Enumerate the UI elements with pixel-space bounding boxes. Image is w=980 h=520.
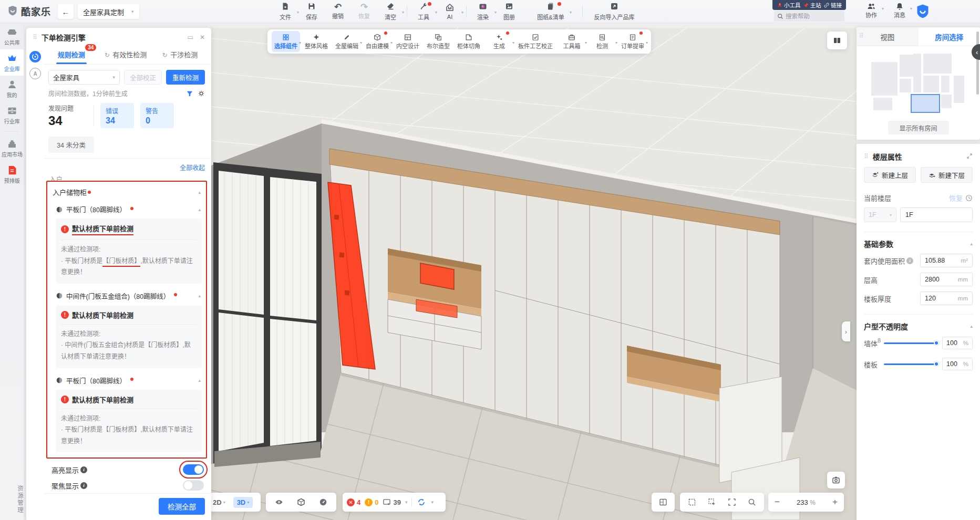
help-search[interactable] — [774, 11, 844, 22]
zoom-in-button[interactable]: + — [830, 497, 840, 507]
component-row[interactable]: 中间件(门板五金组合)（80踢脚线） ▴ — [51, 288, 202, 304]
rule-engine-icon[interactable] — [29, 51, 41, 63]
sidebar-item-industry-library[interactable]: 行业库 — [0, 102, 24, 128]
new-lower-floor-button[interactable]: 新建下层 — [921, 167, 973, 183]
drag-handle-icon[interactable]: ⠿ — [859, 33, 863, 39]
canvas-tool-order-review[interactable]: 订单提审 ▾ — [618, 31, 647, 52]
canvas-tool-whole-house-edit[interactable]: 全屋编辑 ▾ — [333, 31, 361, 52]
expand-icon[interactable] — [966, 153, 973, 161]
floor-name-input[interactable]: 1F — [900, 207, 973, 222]
view-2d-button[interactable]: 2D▾ — [209, 497, 229, 508]
tab-validity-detection[interactable]: ↻ 有效性检测 — [98, 49, 152, 64]
detection-card[interactable]: ! 默认材质下单前检测 未通过检测项: · 中间件(门板五金组合)材质是【门板材… — [56, 305, 202, 368]
canvas-tool-select-component[interactable]: 选择组件 ▾ — [272, 31, 300, 52]
tab-interference-detection[interactable]: ↻ 干涉检测 — [153, 49, 207, 64]
toolbar-item-clear[interactable]: 清空 ▾ — [377, 0, 404, 23]
marquee-select-icon[interactable] — [685, 495, 699, 509]
toolbar-item-reverse-import[interactable]: 反向导入产品库 — [586, 0, 643, 23]
zoom-area-icon[interactable] — [745, 495, 759, 509]
app-logo[interactable]: 酷家乐 — [7, 4, 51, 18]
drag-handle-icon[interactable]: ⠿ — [864, 153, 869, 160]
sync-refresh-icon[interactable] — [416, 495, 427, 509]
detection-card[interactable]: ! 默认材质下单前检测 未通过检测项: · 平板门材质是【门板材质】,默认材质下… — [56, 219, 202, 284]
drag-handle-icon[interactable]: ⠿ — [33, 34, 37, 41]
canvas-tool-panel-process-correction[interactable]: 板件工艺校正 — [515, 31, 555, 52]
canvas-tool-toolbox[interactable]: 工具箱 ▾ — [558, 31, 586, 52]
mode-select[interactable]: 全屋家具定制 ▾ — [78, 4, 139, 19]
chevron-up-icon[interactable]: ▴ — [970, 241, 973, 246]
quick-link-widgets[interactable]: 小工具 — [777, 1, 801, 9]
performance-gauge-icon[interactable] — [316, 495, 330, 509]
sidebar-item-public-library[interactable]: 公共库 — [0, 23, 24, 49]
detect-all-button[interactable]: 检测全部 — [159, 498, 205, 515]
sidebar-item-app-market[interactable]: 应用市场 — [0, 135, 24, 161]
toolbar-item-ai[interactable]: AI ▾ — [437, 0, 463, 23]
sidebar-item-prelayout[interactable]: 预排版 — [0, 161, 24, 188]
toolbar-item-undo[interactable]: ↶ 撤销 — [325, 0, 351, 23]
filter-funnel-icon[interactable] — [186, 90, 193, 97]
selected-room[interactable] — [911, 95, 940, 112]
canvas-tool-overall-style[interactable]: 整体风格 — [302, 31, 331, 52]
slider-thumb[interactable] — [934, 340, 939, 346]
account-avatar[interactable] — [915, 4, 930, 20]
collaboration-button[interactable]: 协作 ▾ — [861, 2, 882, 19]
slab-opacity-input[interactable]: 100 % — [942, 358, 973, 370]
cabinet-group-row[interactable]: 入户储物柜 ▴ — [51, 186, 202, 201]
quick-link-link[interactable]: 链接 — [823, 1, 842, 9]
slider-thumb[interactable] — [934, 361, 939, 367]
toolbar-item-save[interactable]: 保存 — [298, 0, 325, 23]
slab-thickness-input[interactable]: 120 mm — [920, 292, 973, 305]
minimize-icon[interactable]: ▭ — [188, 34, 193, 41]
show-all-rooms-button[interactable]: 显示所有房间 — [888, 121, 949, 134]
right-panel-collapse-handle[interactable]: › — [842, 321, 850, 341]
right-scrollbar[interactable] — [976, 32, 979, 95]
toolbar-item-tools[interactable]: 工具 ▾ — [410, 0, 437, 23]
canvas-tool-generate[interactable]: 生成 ▾ — [485, 31, 513, 52]
toolbar-item-render[interactable]: 渲染 ▾ — [470, 0, 496, 23]
new-upper-floor-button[interactable]: 新建上层 — [864, 167, 916, 183]
canvas-tool-interior-design[interactable]: 内空设计 — [394, 31, 422, 52]
usable-area-input[interactable]: 105.88 m² — [920, 254, 973, 267]
back-button[interactable]: ← — [58, 4, 74, 19]
settings-gear-icon[interactable] — [198, 90, 205, 97]
highlight-display-toggle[interactable] — [183, 464, 204, 475]
toolbar-item-drawings-list[interactable]: 图纸&清单 ▾ — [522, 0, 579, 23]
sidebar-item-mine[interactable]: 我的 — [0, 76, 24, 102]
3d-viewport[interactable] — [211, 28, 857, 520]
split-view-toggle[interactable] — [827, 32, 847, 49]
focus-display-toggle[interactable] — [183, 480, 204, 491]
scene-warnings[interactable]: ! 0 — [365, 498, 378, 506]
unclassified-chip[interactable]: 34 未分类 — [48, 137, 94, 153]
tab-rule-detection[interactable]: 规则检测 34 — [44, 49, 98, 64]
model-cube-icon[interactable] — [294, 495, 308, 509]
slab-opacity-slider[interactable] — [884, 363, 938, 365]
toolbar-item-album[interactable]: 图册 — [496, 0, 522, 23]
tab-room-select[interactable]: 房间选择 — [919, 27, 980, 46]
snapshot-button[interactable] — [827, 472, 845, 488]
view-3d-button[interactable]: 3D▾ — [233, 497, 253, 508]
quick-link-main-site[interactable]: 主站 — [803, 1, 821, 9]
collapse-all-link[interactable]: 全部收起 — [180, 164, 205, 172]
assist-engine-icon[interactable]: A — [29, 68, 41, 79]
fit-view-icon[interactable] — [725, 495, 739, 509]
redetect-button[interactable]: 重新检测 — [166, 70, 205, 85]
visibility-eye-icon[interactable] — [272, 495, 286, 509]
floorplan-minimap[interactable] — [863, 49, 974, 119]
warning-count-box[interactable]: 警告 0 — [140, 103, 174, 128]
component-row[interactable]: 平板门（80踢脚线） ▴ — [51, 201, 202, 217]
detection-card[interactable]: ! 默认材质下单前检测 未通过检测项: · 平板门材质是【门板材质】,默认材质下… — [56, 390, 202, 453]
scene-errors[interactable]: ✕ 4 — [347, 498, 360, 506]
error-count-box[interactable]: 错误 34 — [100, 103, 134, 128]
canvas-tool-cabinet-corner-cut[interactable]: 柜体切角 — [455, 31, 483, 52]
chevron-up-icon[interactable]: ▴ — [970, 324, 973, 329]
room-layout-icon[interactable] — [656, 495, 670, 509]
wall-opacity-input[interactable]: 100 % — [942, 337, 973, 349]
floor-height-input[interactable]: 2800 mm — [920, 273, 973, 286]
close-icon[interactable]: ✕ — [200, 34, 205, 41]
zoom-out-button[interactable]: − — [772, 497, 782, 507]
scope-select[interactable]: 全屋家具 ▾ — [48, 70, 120, 85]
sidebar-item-enterprise-library[interactable]: 企业库 — [0, 49, 24, 76]
wall-opacity-slider[interactable] — [884, 342, 938, 344]
canvas-tool-detect[interactable]: 检测 ▾ — [588, 31, 616, 52]
toolbar-item-file[interactable]: 文件 ▾ — [272, 0, 298, 23]
